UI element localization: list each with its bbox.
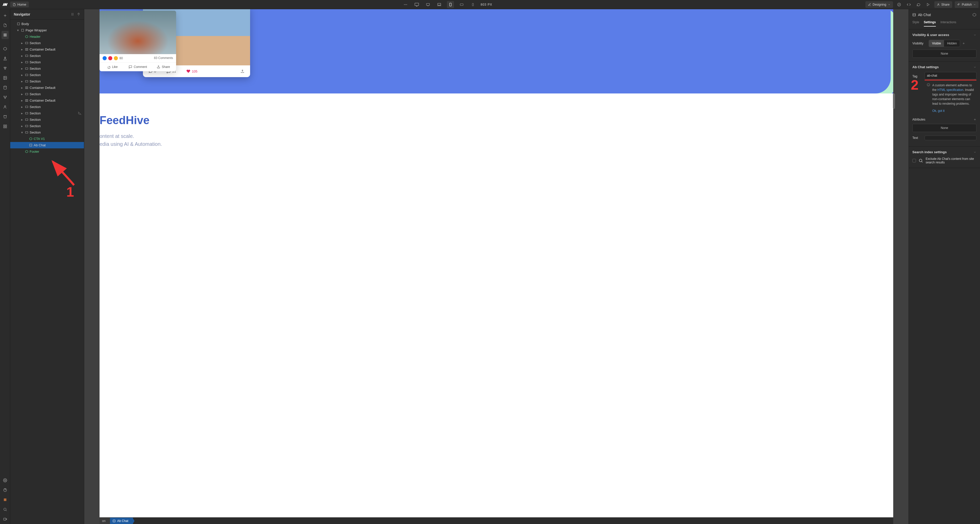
desktop-icon[interactable] xyxy=(413,1,420,8)
tab-style[interactable]: Style xyxy=(912,21,919,27)
crumb-section[interactable]: on xyxy=(100,518,110,524)
collapse-icon[interactable] xyxy=(71,13,74,16)
tree-row[interactable]: ▸Section xyxy=(10,72,84,78)
tree-twisty-icon[interactable]: ▸ xyxy=(21,67,24,70)
tree-row[interactable]: ▸Container Default xyxy=(10,46,84,53)
tree-twisty-icon[interactable]: ▸ xyxy=(21,111,24,115)
crumb-abchat[interactable]: Ab Chat xyxy=(110,518,133,524)
settings-gear-icon[interactable] xyxy=(2,476,9,484)
tree-row[interactable]: ▾Page Wrapper xyxy=(10,27,84,33)
tree-row[interactable]: Body xyxy=(10,21,84,27)
tree-twisty-icon[interactable]: ▸ xyxy=(21,124,24,128)
page-tab[interactable]: Home xyxy=(10,2,29,7)
tree-twisty-icon[interactable]: ▸ xyxy=(21,92,24,96)
mode-dropdown[interactable]: Designing xyxy=(865,1,893,8)
spec-link[interactable]: HTML specification xyxy=(937,88,963,92)
component-icon[interactable] xyxy=(972,13,977,17)
tree-twisty-icon[interactable]: ▸ xyxy=(21,48,24,51)
tree-twisty-icon[interactable]: ▸ xyxy=(21,118,24,121)
search-icon[interactable] xyxy=(2,505,9,513)
tree-row[interactable]: ▾Section xyxy=(10,129,84,135)
assets-icon[interactable] xyxy=(2,74,9,82)
tree-row[interactable]: ▸Section xyxy=(10,91,84,97)
mobile-icon[interactable] xyxy=(469,1,476,8)
code-icon[interactable] xyxy=(905,1,912,8)
add-icon[interactable] xyxy=(2,11,9,20)
comment-icon[interactable] xyxy=(915,1,922,8)
navigator-tree[interactable]: Body▾Page WrapperHeader▸Section▸Containe… xyxy=(10,20,84,524)
tree-row[interactable]: ▸Container Default xyxy=(10,97,84,104)
tree-row[interactable]: Header xyxy=(10,33,84,40)
tree-twisty-icon[interactable]: ▸ xyxy=(21,41,24,45)
logic-icon[interactable] xyxy=(2,93,9,101)
tree-row[interactable]: ▸Section xyxy=(10,59,84,65)
tree-row[interactable]: ▸Section xyxy=(10,110,84,116)
tree-twisty-icon[interactable]: ▸ xyxy=(21,105,24,109)
tag-input[interactable]: ab-chat xyxy=(924,72,977,79)
add-condition-icon[interactable] xyxy=(962,42,965,45)
cms-icon[interactable] xyxy=(2,83,9,92)
tree-row[interactable]: Footer xyxy=(10,148,84,155)
tree-twisty-icon[interactable]: ▸ xyxy=(21,54,24,58)
components-icon[interactable] xyxy=(2,45,9,53)
pages-icon[interactable] xyxy=(2,21,9,29)
ecommerce-icon[interactable] xyxy=(2,113,9,121)
share-button[interactable]: Share xyxy=(934,1,952,8)
tab-interactions[interactable]: Interactions xyxy=(940,21,956,27)
chevron-down-icon[interactable] xyxy=(974,33,977,37)
add-attribute-icon[interactable] xyxy=(974,118,977,121)
tree-twisty-icon[interactable]: ▸ xyxy=(21,60,24,64)
styles-icon[interactable] xyxy=(2,64,9,72)
variables-icon[interactable] xyxy=(2,54,9,62)
tree-twisty-icon[interactable]: ▾ xyxy=(16,28,19,32)
tree-row[interactable]: ▸Section xyxy=(10,65,84,72)
tree-twisty-icon[interactable]: ▸ xyxy=(21,99,24,102)
play-icon[interactable] xyxy=(924,1,932,8)
tree-row[interactable]: ▸Section xyxy=(10,123,84,129)
canvas-scrollbar[interactable] xyxy=(892,94,896,512)
hidden-eye-icon[interactable] xyxy=(78,111,81,115)
desktop-small-icon[interactable] xyxy=(425,1,431,8)
tab-settings[interactable]: Settings xyxy=(924,21,936,27)
audit-icon[interactable] xyxy=(2,496,9,504)
ellipsis-icon[interactable] xyxy=(402,1,409,8)
video-icon[interactable] xyxy=(2,515,9,523)
visibility-rule[interactable]: None xyxy=(912,49,977,58)
exclude-checkbox[interactable] xyxy=(912,159,916,162)
pin-icon[interactable] xyxy=(77,13,80,16)
navigator-icon[interactable] xyxy=(2,31,9,39)
laptop-icon[interactable] xyxy=(436,1,443,8)
tree-row[interactable]: Ab Chat xyxy=(10,142,84,148)
publish-button[interactable]: Publish xyxy=(955,1,978,8)
tree-row[interactable]: ▸Section xyxy=(10,116,84,123)
breakpoint-size[interactable]: 803 PX xyxy=(480,3,492,6)
svg-rect-27 xyxy=(4,499,6,501)
design-canvas[interactable]: 80 83 Comments Like Comment xyxy=(100,9,893,518)
tree-row[interactable]: ▸Container Default xyxy=(10,84,84,91)
users-icon[interactable] xyxy=(2,103,9,111)
chevron-down-icon[interactable] xyxy=(974,65,977,69)
ok-got-it-link[interactable]: Ok, got it xyxy=(932,109,945,113)
tree-twisty-icon[interactable]: ▸ xyxy=(21,80,24,83)
tree-twisty-icon[interactable]: ▸ xyxy=(21,86,24,90)
tablet-landscape-icon[interactable] xyxy=(458,1,465,8)
tree-row[interactable]: ▸Section xyxy=(10,53,84,59)
text-input-field[interactable] xyxy=(924,135,977,140)
tree-label: Section xyxy=(30,67,41,70)
attributes-none[interactable]: None xyxy=(912,124,977,132)
tree-row[interactable]: CTA V1 xyxy=(10,135,84,142)
tree-twisty-icon[interactable]: ▸ xyxy=(21,73,24,77)
chevron-down-icon[interactable] xyxy=(974,151,977,154)
svg-rect-33 xyxy=(25,49,28,51)
tablet-icon[interactable] xyxy=(447,1,454,8)
facebook-card: 80 83 Comments Like Comment xyxy=(100,11,176,71)
tree-row[interactable]: ▸Section xyxy=(10,104,84,110)
visibility-toggle[interactable]: Visible Hidden xyxy=(929,40,960,47)
apps-icon[interactable] xyxy=(2,122,9,131)
help-icon[interactable] xyxy=(2,486,9,494)
tree-row[interactable]: ▸Section xyxy=(10,78,84,84)
tree-row[interactable]: ▸Section xyxy=(10,40,84,46)
webflow-logo-icon[interactable] xyxy=(2,1,9,8)
check-circle-icon[interactable] xyxy=(896,1,903,8)
tree-twisty-icon[interactable]: ▾ xyxy=(21,131,24,134)
